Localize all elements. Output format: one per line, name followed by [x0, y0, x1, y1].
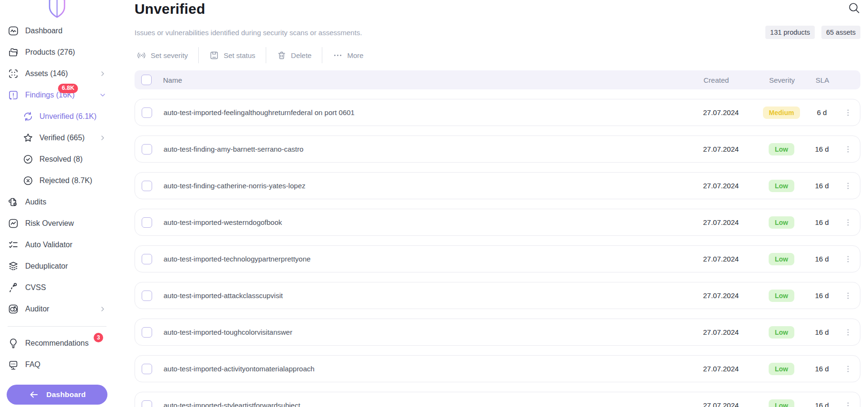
table-header-row: Name Created Severity SLA — [135, 70, 860, 89]
table-row[interactable]: auto-test-imported-toughcolorvisitanswer… — [135, 319, 860, 346]
trash-icon — [277, 50, 287, 60]
severity-badge: Low — [769, 399, 794, 407]
finding-created: 27.07.2024 — [703, 365, 755, 373]
finding-sla: 16 d — [808, 255, 836, 263]
severity-badge: Low — [769, 216, 794, 229]
set-severity-label: Set severity — [151, 51, 188, 59]
severity-badge: Low — [769, 290, 794, 302]
row-checkbox[interactable] — [142, 364, 152, 374]
sidebar-item-label: Products (276) — [25, 48, 75, 57]
sidebar-item-dashboard[interactable]: Dashboard — [0, 20, 114, 41]
finding-sla: 16 d — [808, 291, 836, 300]
delete-button[interactable]: Delete — [275, 50, 313, 60]
row-menu-icon[interactable] — [842, 180, 854, 192]
severity-badge: Low — [769, 326, 794, 339]
finding-name: auto-test-imported-technologypartnerpret… — [164, 255, 703, 263]
chevron-right-icon — [99, 70, 106, 78]
row-menu-icon[interactable] — [842, 326, 854, 339]
table-row[interactable]: auto-test-imported-attackclasscupvisit 2… — [135, 282, 860, 309]
sidebar-item-resolved[interactable]: Resolved (8) — [0, 148, 114, 170]
row-menu-icon[interactable] — [842, 399, 854, 407]
set-severity-icon — [136, 50, 146, 60]
severity-badge: Low — [769, 253, 794, 265]
summary-badges: 131 products 65 assets — [765, 26, 860, 39]
select-all-checkbox[interactable] — [141, 75, 152, 85]
sidebar-item-auto-validator[interactable]: Auto Validator — [0, 234, 114, 255]
sidebar-item-auditor[interactable]: Auditor — [0, 298, 114, 320]
main-content: Unverified Issues or vulnerabilities ide… — [114, 0, 868, 407]
sidebar-item-findings[interactable]: Findings (16K) 6.8K — [0, 84, 114, 106]
sidebar-item-label: Resolved (8) — [39, 155, 83, 164]
delete-label: Delete — [291, 51, 311, 59]
search-icon[interactable] — [848, 1, 860, 14]
risk-overview-icon — [8, 218, 19, 229]
page-header: Unverified — [135, 0, 860, 18]
row-checkbox[interactable] — [142, 217, 152, 228]
findings-table: Name Created Severity SLA auto-test-impo… — [135, 70, 860, 407]
audits-icon — [8, 196, 19, 208]
row-menu-icon[interactable] — [842, 107, 854, 119]
chevron-down-icon — [99, 91, 106, 99]
sidebar-item-risk-overview[interactable]: Risk Overview — [0, 213, 114, 234]
sidebar-item-recommendations[interactable]: Recommendations 3 — [0, 332, 114, 354]
table-row[interactable]: auto-test-finding-amy-barnett-serrano-ca… — [135, 136, 860, 163]
sidebar-item-rejected[interactable]: Rejected (8.7K) — [0, 170, 114, 191]
sidebar-item-deduplicator[interactable]: Deduplicator — [0, 255, 114, 277]
lightbulb-icon — [8, 338, 19, 349]
severity-badge: Low — [769, 143, 794, 155]
table-row[interactable]: auto-test-imported-activityontomateriala… — [135, 355, 860, 382]
table-row[interactable]: auto-test-imported-technologypartnerpret… — [135, 245, 860, 272]
sidebar-item-audits[interactable]: Audits — [0, 191, 114, 213]
refresh-icon — [23, 111, 33, 122]
row-checkbox[interactable] — [142, 400, 152, 407]
sidebar-item-label: Dashboard — [25, 27, 62, 35]
row-checkbox[interactable] — [142, 327, 152, 338]
finding-name: auto-test-imported-attackclasscupvisit — [164, 291, 703, 300]
sidebar-item-cvss[interactable]: CVSS — [0, 277, 114, 298]
sidebar-item-products[interactable]: Products (276) — [0, 41, 114, 63]
row-menu-icon[interactable] — [842, 253, 854, 265]
sidebar-divider — [8, 326, 106, 327]
row-menu-icon[interactable] — [842, 290, 854, 302]
products-count-badge: 131 products — [765, 26, 815, 39]
set-status-button[interactable]: Set status — [207, 50, 257, 60]
back-to-dashboard-button[interactable]: Dashboard — [7, 385, 107, 405]
sidebar-item-label: Auto Validator — [25, 241, 72, 249]
row-checkbox[interactable] — [142, 107, 152, 118]
toolbar-divider — [266, 47, 266, 63]
finding-name: auto-test-finding-amy-barnett-serrano-ca… — [164, 145, 703, 153]
set-status-label: Set status — [223, 51, 255, 59]
sidebar-item-label: Audits — [25, 198, 46, 206]
back-button-label: Dashboard — [47, 390, 86, 399]
table-row[interactable]: auto-test-imported-feelingalthoughreturn… — [135, 99, 860, 126]
sidebar-item-verified[interactable]: Verified (665) — [0, 127, 114, 148]
faq-icon — [8, 359, 19, 370]
sidebar-item-label: FAQ — [25, 360, 40, 369]
bulk-actions-toolbar: Set severity Set status Delete — [135, 47, 860, 64]
severity-badge: Low — [769, 180, 794, 192]
row-checkbox[interactable] — [142, 291, 152, 301]
sidebar-item-unverified[interactable]: Unverified (6.1K) — [0, 106, 114, 127]
finding-created: 27.07.2024 — [703, 255, 755, 263]
table-row[interactable]: auto-test-imported-westerndogofbook 27.0… — [135, 209, 860, 236]
finding-sla: 16 d — [808, 328, 836, 336]
set-severity-button[interactable]: Set severity — [135, 50, 190, 60]
row-checkbox[interactable] — [142, 254, 152, 264]
row-menu-icon[interactable] — [842, 216, 854, 229]
finding-name: auto-test-imported-feelingalthoughreturn… — [164, 108, 703, 116]
sidebar-item-label: Rejected (8.7K) — [39, 176, 92, 185]
sidebar-item-faq[interactable]: FAQ — [0, 354, 114, 375]
row-menu-icon[interactable] — [842, 363, 854, 375]
sidebar-nav: Dashboard Products (276) Assets (146) — [0, 20, 114, 375]
table-row[interactable]: auto-test-imported-styleartistforwardsub… — [135, 392, 860, 407]
findings-icon — [8, 89, 19, 101]
finding-name: auto-test-imported-activityontomateriala… — [164, 365, 703, 373]
star-icon — [23, 133, 33, 143]
sidebar-item-assets[interactable]: Assets (146) — [0, 63, 114, 84]
more-button[interactable]: More — [331, 50, 365, 60]
row-checkbox[interactable] — [142, 181, 152, 191]
check-circle-icon — [23, 154, 33, 165]
table-row[interactable]: auto-test-finding-catherine-norris-yates… — [135, 172, 860, 199]
row-menu-icon[interactable] — [842, 143, 854, 155]
row-checkbox[interactable] — [142, 144, 152, 155]
